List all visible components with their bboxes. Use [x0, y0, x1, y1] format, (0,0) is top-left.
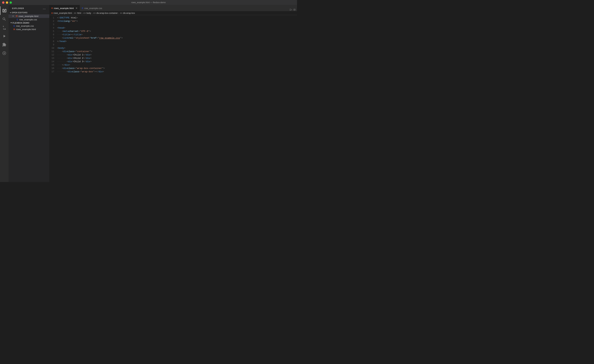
window-controls: [2, 1, 12, 4]
code-line-17: ········<div class="wrap-box"></div>: [57, 70, 295, 73]
code-line-4: <head>: [57, 26, 295, 30]
breadcrumb-file[interactable]: rows_example.html: [54, 12, 72, 14]
app: EXPLORER ... ▾ OPEN EDITORS ✕ H rows_exa…: [0, 5, 297, 182]
breadcrumb-wrap-container-icon: [93, 12, 96, 14]
flexbox-demo-label: FLEXBOX-DEMO: [13, 22, 29, 24]
activity-bar: [0, 5, 8, 182]
activity-extensions[interactable]: [0, 40, 8, 49]
tab-rows-html-label: rows_example.html: [54, 7, 74, 10]
code-line-7: ····<link rel="stylesheet" href="row_exa…: [57, 36, 295, 40]
code-line-12: ········<div>Child 1</div>: [57, 53, 295, 57]
flexbox-demo-section-header[interactable]: ▾ FLEXBOX-DEMO: [8, 21, 49, 24]
code-line-2: <html lang="en">: [57, 20, 295, 23]
open-editors-label: OPEN EDITORS: [12, 12, 28, 14]
open-editor-filename: rows_example.html: [19, 15, 39, 18]
breadcrumb-wrap-box[interactable]: div.wrap-box: [123, 12, 135, 14]
open-editor-css[interactable]: C row_example.css: [8, 18, 49, 21]
close-button[interactable]: [2, 1, 4, 4]
code-line-13: ········<div>Child 2</div>: [57, 57, 295, 60]
code-line-9: [57, 43, 295, 47]
code-content[interactable]: <!DOCTYPE html> <html lang="en"> <head> …: [56, 15, 295, 182]
code-line-5: ····<meta charset="UTF-8">: [57, 30, 295, 33]
tab-row-css-label: row_example.css: [84, 7, 102, 10]
code-line-16: ····<div class="wrap-box-container">: [57, 67, 295, 70]
close-file-icon[interactable]: ✕: [12, 15, 14, 18]
breadcrumb-html[interactable]: html: [77, 12, 81, 14]
line-numbers: 1 2 3 4 5 6 7 8 9 10 11 12 13 14 15 16 1: [49, 15, 56, 182]
breadcrumb-body[interactable]: body: [87, 12, 91, 14]
tab-rows-html[interactable]: H rows_example.html ✕: [49, 5, 80, 11]
svg-point-1: [4, 53, 5, 54]
activity-run[interactable]: [0, 32, 8, 40]
split-editor-icon[interactable]: ⊟: [293, 8, 296, 11]
open-editors-arrow: ▾: [10, 12, 11, 14]
sidebar-title: EXPLORER: [12, 7, 24, 9]
tab-css-icon: C: [82, 7, 83, 9]
activity-remote[interactable]: [0, 49, 8, 57]
sidebar-css-file[interactable]: C row_example.css: [8, 24, 49, 28]
tab-close-html[interactable]: ✕: [75, 7, 78, 10]
sidebar-html-file[interactable]: H rows_example.html: [8, 28, 49, 31]
breadcrumb-wrap-box-icon: [120, 12, 122, 14]
content-area: EXPLORER ... ▾ OPEN EDITORS ✕ H rows_exa…: [0, 5, 297, 182]
open-editor-rows-html[interactable]: ✕ H rows_example.html: [8, 14, 49, 18]
code-editor[interactable]: 1 2 3 4 5 6 7 8 9 10 11 12 13 14 15 16 1: [49, 15, 297, 182]
title-bar: rows_example.html — flexbox-demo: [0, 0, 297, 5]
tab-html-icon: H: [51, 7, 53, 9]
tab-bar: H rows_example.html ✕ C row_example.css …: [49, 5, 297, 11]
activity-source-control[interactable]: [0, 23, 8, 32]
code-line-3: [57, 23, 295, 26]
breadcrumb-wrap-container[interactable]: div.wrap-box-container: [96, 12, 118, 14]
scrollbar[interactable]: [295, 15, 297, 182]
tab-row-css[interactable]: C row_example.css: [80, 5, 104, 11]
sidebar-css-name: row_example.css: [16, 25, 34, 27]
breadcrumb-body-icon: [83, 12, 86, 14]
minimize-button[interactable]: [6, 1, 8, 4]
open-editor-css-filename: row_example.css: [19, 18, 37, 21]
code-line-8: </head>: [57, 40, 295, 43]
code-line-6: ····<title></title>: [57, 33, 295, 36]
css-icon-sidebar: C: [14, 25, 15, 27]
breadcrumb: H rows_example.html › html › body › div.…: [49, 11, 297, 15]
activity-search[interactable]: [0, 15, 8, 23]
run-icon[interactable]: ▷: [290, 8, 292, 11]
tab-bar-actions: ▷ ⊟: [290, 8, 297, 11]
html-file-icon: H: [16, 15, 18, 17]
code-line-11: ····<div class="container">: [57, 50, 295, 53]
flexbox-demo-arrow: ▾: [11, 22, 12, 24]
open-editors-section-header[interactable]: ▾ OPEN EDITORS: [8, 11, 49, 14]
html-icon-sidebar: H: [14, 28, 15, 31]
activity-explorer[interactable]: [0, 6, 8, 15]
breadcrumb-html-icon: H: [51, 12, 53, 14]
sidebar: EXPLORER ... ▾ OPEN EDITORS ✕ H rows_exa…: [8, 5, 49, 182]
sidebar-html-name: rows_example.html: [16, 28, 36, 31]
code-line-15: ····</div>: [57, 63, 295, 67]
code-line-10: <body>: [57, 47, 295, 50]
sidebar-header: EXPLORER ...: [8, 5, 49, 11]
window-title: rows_example.html — flexbox-demo: [131, 1, 166, 4]
breadcrumb-html-tag-icon: [74, 12, 76, 14]
sidebar-more-actions[interactable]: ...: [43, 7, 46, 10]
code-line-14: ········<div>Child 3</div>: [57, 60, 295, 63]
editor-area: H rows_example.html ✕ C row_example.css …: [49, 5, 297, 182]
maximize-button[interactable]: [10, 1, 12, 4]
code-line-1: <!DOCTYPE html>: [57, 16, 295, 20]
css-file-icon: C: [17, 18, 18, 21]
